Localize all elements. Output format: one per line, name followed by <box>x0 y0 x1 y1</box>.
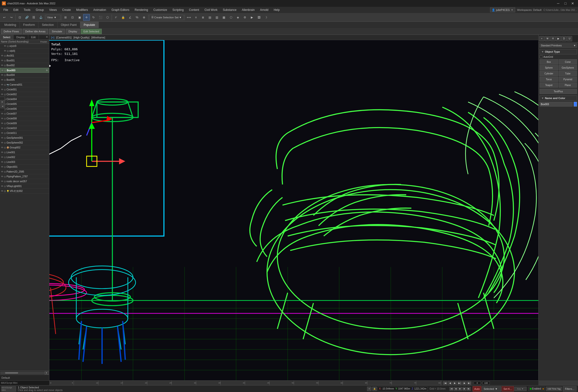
redo-button[interactable]: ↪ <box>8 14 15 21</box>
tab-freeform[interactable]: Freeform <box>20 22 39 28</box>
menu-group[interactable]: Group <box>33 7 46 13</box>
viewport-plus[interactable]: [+] <box>51 36 54 39</box>
lock-icon[interactable]: 🔒 <box>372 387 377 391</box>
filters-btn[interactable]: Filters... <box>563 386 577 392</box>
teapot-button[interactable]: Teapot <box>540 82 558 88</box>
go-start-btn[interactable]: |◀ <box>443 381 447 385</box>
tube-button[interactable]: Tube <box>559 71 577 76</box>
active-shade[interactable]: ☽ <box>263 14 269 21</box>
list-item[interactable]: 👁 ◎ GeoSphere002 <box>0 141 49 145</box>
scene-explorer-btn[interactable]: ▥ <box>214 14 220 21</box>
create-selection-set-button[interactable]: ☰ Create Selection Set ▼ <box>149 15 184 20</box>
menu-modifiers[interactable]: Modifiers <box>74 7 90 13</box>
maxscript-mini-icon[interactable]: MAXScript Mini <box>1 386 16 392</box>
undo-button[interactable]: ↩ <box>1 14 8 21</box>
next-frame-btn[interactable]: ▶ <box>462 381 467 385</box>
add-time-tag-btn[interactable]: Add Time Tag <box>546 387 562 391</box>
cone-button[interactable]: Cone <box>559 59 577 64</box>
utilities-tab-btn[interactable]: U <box>567 36 572 41</box>
auto-key-btn[interactable]: Auto <box>473 386 482 392</box>
key-filter[interactable]: Key ▼ <box>514 387 527 391</box>
transform-tool[interactable]: ⬡ <box>104 14 111 21</box>
menu-alienbrain[interactable]: Alienbrain <box>240 7 257 13</box>
unlink-tool[interactable]: ⛓ <box>30 14 37 21</box>
close-scene-explorer[interactable]: ✕ <box>45 35 49 40</box>
list-item[interactable]: 👁 ◎ Circle008 <box>0 116 49 121</box>
tab-object-paint[interactable]: Object Paint <box>57 22 80 28</box>
viewport-camera-label[interactable]: [Camera001] <box>56 36 72 39</box>
list-item[interactable]: 👁 ◎ Circle005 <box>0 102 49 106</box>
prev-frame-btn[interactable]: ◀ <box>448 381 452 385</box>
list-item[interactable]: 👁 ◎ rustic decor set357 <box>0 179 49 184</box>
tab-selection[interactable]: Selection <box>38 22 57 28</box>
create-tab-btn[interactable]: + <box>539 36 544 41</box>
list-item-selected[interactable]: 👁 ◎ Box003 ⚙ <box>0 68 49 73</box>
viewport[interactable]: [+] [Camera001] [High Quality] [Wirefram… <box>49 35 538 380</box>
menu-file[interactable]: File <box>1 7 10 13</box>
menu-rendering[interactable]: Rendering <box>132 7 150 13</box>
list-item[interactable]: 👁 ◎ Circle006 <box>0 106 49 111</box>
list-item[interactable]: 👁 ◎ Box001 <box>0 58 49 63</box>
textplus-button[interactable]: TextPlus <box>540 89 577 94</box>
angle-snap[interactable]: ∠ <box>127 14 133 21</box>
material-editor[interactable]: ◈ <box>235 14 241 21</box>
pyramid-button[interactable]: Pyramid <box>559 77 577 82</box>
menu-create[interactable]: Create <box>60 7 73 13</box>
select-tool[interactable]: ⊡ <box>16 14 23 21</box>
autogrid-checkbox[interactable] <box>540 55 542 58</box>
plane-button[interactable]: Plane <box>559 82 577 88</box>
move-tool[interactable]: ✛ <box>83 14 90 21</box>
rotate-tool[interactable]: ↻ <box>90 14 97 21</box>
menu-customize[interactable]: Customize <box>151 7 170 13</box>
list-item[interactable]: 👁 ◎ VRayLight001 <box>0 184 49 189</box>
object-type-section-header[interactable]: ▼ Object Type <box>540 49 577 54</box>
color-swatch[interactable] <box>574 102 577 106</box>
list-item[interactable]: 👁 ◎ Circle007 <box>0 111 49 116</box>
list-item[interactable]: 👁 ◎ Circle004 <box>0 97 49 102</box>
minimize-button[interactable]: ─ <box>555 0 562 7</box>
modify-tab-btn[interactable]: ⚒ <box>545 36 550 41</box>
list-item[interactable]: 👁 ◎ Object001 <box>0 165 49 169</box>
render-frame[interactable]: 🖼 <box>256 14 262 21</box>
list-item[interactable]: 👁 ◎ GeoSphere001 <box>0 136 49 141</box>
list-item[interactable]: 👁 ◎ Line001 <box>0 150 49 155</box>
render-setup[interactable]: ⚙ <box>242 14 248 21</box>
list-item[interactable]: 👁 ◎ Line003 <box>0 160 49 165</box>
play-status-btn[interactable]: ▶ <box>458 387 462 391</box>
prev-key-btn[interactable]: ◀ <box>454 387 458 391</box>
schematic-view[interactable]: ⬡ <box>228 14 234 21</box>
list-item[interactable]: 👁 ◎ Circle009 <box>0 121 49 126</box>
list-item[interactable]: 👁 ◎ 💡 VR-灯光002 <box>0 189 49 194</box>
scene-horizontal-scrollbar[interactable]: ▶ <box>0 371 49 375</box>
select-window-button[interactable]: ▣ <box>76 14 83 21</box>
play-modes-btn[interactable]: ▶| <box>457 381 462 385</box>
mirror-tool[interactable]: ⟺ <box>186 14 192 21</box>
list-item[interactable]: 👁 ◎ Box002 <box>0 63 49 68</box>
display-button[interactable]: Display <box>66 29 80 34</box>
scale-tool[interactable]: ⬛ <box>97 14 104 21</box>
scene-tab-select[interactable]: Select <box>0 35 13 40</box>
next-key-btn[interactable]: ▶ <box>463 387 466 391</box>
menu-content[interactable]: Content <box>187 7 201 13</box>
scene-object-list[interactable]: 👁 ◎ x/y/z/0 👁 ◎ x/p/i/j 👁 ◎ Arc001 👁 ◎ B… <box>0 44 49 371</box>
edit-selected-button[interactable]: Edit Selected <box>81 29 102 34</box>
menu-arnold[interactable]: Arnold <box>258 7 271 13</box>
menu-civil-work[interactable]: Civil Work <box>202 7 220 13</box>
percent-snap[interactable]: % <box>134 14 140 21</box>
track-view[interactable]: ▦ <box>221 14 227 21</box>
menu-views[interactable]: Views <box>47 7 59 13</box>
list-item[interactable]: 👁 ◎ 📷 Camera001 <box>0 82 49 87</box>
align-tool[interactable]: ≡ <box>193 14 199 21</box>
list-item[interactable]: 👁 ◎ Line002 <box>0 155 49 160</box>
hierarchy-tab-btn[interactable]: H <box>550 36 556 41</box>
cylinder-button[interactable]: Cylinder <box>540 71 558 76</box>
collapse-left-btn[interactable]: ◀ <box>0 104 4 108</box>
motion-tab-btn[interactable]: ▶ <box>556 36 561 41</box>
menu-edit[interactable]: Edit <box>11 7 21 13</box>
name-color-section-header[interactable]: ▼ Name and Color <box>540 96 577 101</box>
box-button[interactable]: Box <box>540 59 558 64</box>
menu-animation[interactable]: Animation <box>91 7 108 13</box>
list-item[interactable]: 👁 ◎ Arc001 <box>0 53 49 58</box>
go-end-btn[interactable]: ▶| <box>467 381 472 385</box>
list-item[interactable]: 👁 ◎ Box004 <box>0 73 49 78</box>
